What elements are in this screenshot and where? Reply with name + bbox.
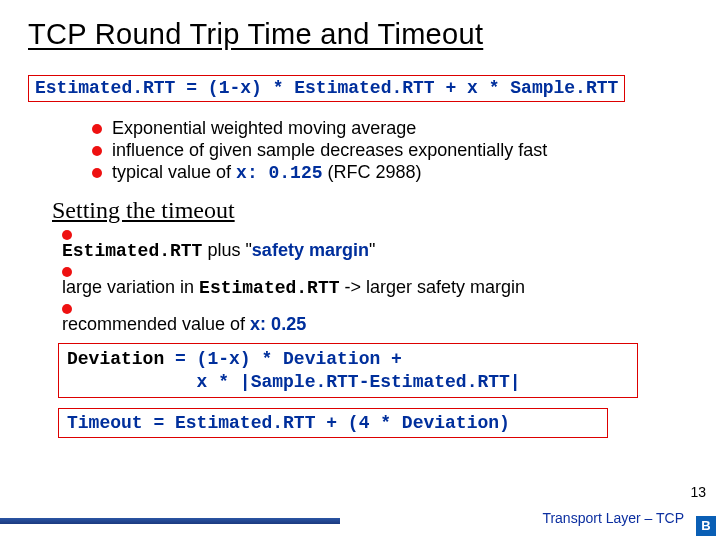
x-value: x: 0.25 <box>250 314 306 334</box>
bullet-text: Estimated.RTT plus "safety margin" <box>62 240 375 260</box>
bullet-list-2: Estimated.RTT plus "safety margin" large… <box>62 230 692 335</box>
page-number: 13 <box>690 484 706 500</box>
footer-label: Transport Layer – TCP <box>542 510 684 526</box>
text-frag: = (1-x) * Deviation + <box>164 349 402 369</box>
text-frag: plus " <box>202 240 251 260</box>
text-frag: (RFC 2988) <box>323 162 422 182</box>
bullet-icon <box>92 146 102 156</box>
bullet-icon <box>92 168 102 178</box>
list-item: Exponential weighted moving average <box>92 118 692 139</box>
text-frag: typical value of <box>112 162 236 182</box>
subheading-setting-timeout: Setting the timeout <box>52 197 692 224</box>
bullet-icon <box>62 304 72 314</box>
bullet-text: recommended value of x: 0.25 <box>62 314 306 334</box>
list-item: influence of given sample decreases expo… <box>92 140 692 161</box>
text-frag: " <box>369 240 375 260</box>
formula-timeout: Timeout = Estimated.RTT + (4 * Deviation… <box>58 408 608 438</box>
list-item: typical value of x: 0.125 (RFC 2988) <box>92 162 692 183</box>
formula-text: Estimated.RTT = (1-x) * Estimated.RTT + … <box>35 78 618 98</box>
list-item: Estimated.RTT plus "safety margin" <box>62 230 692 261</box>
footer-decoration <box>0 518 340 524</box>
timeout-text: Timeout = Estimated.RTT + (4 * Deviation… <box>67 413 510 433</box>
text-frag: recommended value of <box>62 314 250 334</box>
bullet-icon <box>62 267 72 277</box>
text-frag: -> larger safety margin <box>340 277 526 297</box>
bullet-text: influence of given sample decreases expo… <box>112 140 547 161</box>
slide-title: TCP Round Trip Time and Timeout <box>28 18 692 51</box>
x-value: x: 0.125 <box>236 163 322 183</box>
text-frag: x * |Sample.RTT-Estimated.RTT| <box>67 372 521 392</box>
list-item: recommended value of x: 0.25 <box>62 304 692 335</box>
safety-margin: safety margin <box>252 240 369 260</box>
bullet-text: typical value of x: 0.125 (RFC 2988) <box>112 162 422 183</box>
formula-estimated-rtt: Estimated.RTT = (1-x) * Estimated.RTT + … <box>28 75 625 102</box>
badge-b: B <box>696 516 716 536</box>
text-frag: Estimated.RTT <box>62 241 202 261</box>
bullet-list-1: Exponential weighted moving average infl… <box>92 118 692 183</box>
bullet-icon <box>92 124 102 134</box>
dev-label: Deviation <box>67 349 164 369</box>
formula-deviation: Deviation = (1-x) * Deviation + x * |Sam… <box>58 343 638 398</box>
bullet-icon <box>62 230 72 240</box>
bullet-text: large variation in Estimated.RTT -> larg… <box>62 277 525 297</box>
text-frag: large variation in <box>62 277 199 297</box>
list-item: large variation in Estimated.RTT -> larg… <box>62 267 692 298</box>
text-frag: Estimated.RTT <box>199 278 339 298</box>
bullet-text: Exponential weighted moving average <box>112 118 416 139</box>
